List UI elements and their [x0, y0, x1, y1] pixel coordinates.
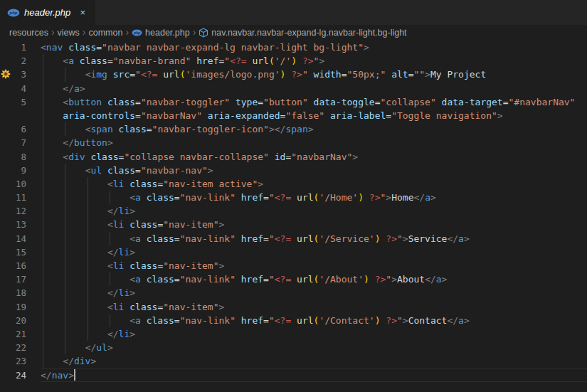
code-line-text[interactable]: aria-controls="navbarNav" aria-expanded=…	[41, 109, 587, 122]
token-plain	[41, 97, 63, 107]
line-number[interactable]: 5	[11, 95, 26, 109]
code-line[interactable]: 5 <button class="navbar-toggler" type="b…	[0, 95, 587, 109]
token-plain	[63, 42, 68, 53]
line-number[interactable]: 19	[11, 300, 26, 314]
line-number[interactable]: 22	[11, 341, 26, 354]
code-line[interactable]: 8 <div class="collapse navbar-collapse" …	[0, 150, 587, 164]
indent-guide	[43, 354, 43, 368]
code-line-text[interactable]: <li class="nav-item">	[41, 218, 587, 231]
line-number[interactable]: 23	[11, 354, 26, 368]
code-line[interactable]: 10 <li class="nav-item active">	[0, 177, 587, 191]
token-punctuation: >	[364, 42, 369, 53]
code-line-text[interactable]: <img src="<?= url('images/logo.png') ?>"…	[41, 68, 587, 81]
code-line[interactable]: aria-controls="navbarNav" aria-expanded=…	[0, 109, 587, 122]
line-number[interactable]: 18	[11, 286, 26, 300]
token-punctuation: >	[90, 356, 96, 366]
code-line[interactable]: 6 <span class="navbar-toggler-icon"></sp…	[0, 122, 587, 136]
line-number[interactable]: 12	[11, 204, 26, 218]
line-number[interactable]: 24	[11, 369, 26, 382]
token-plain	[236, 233, 241, 244]
glyph-margin	[0, 327, 11, 341]
code-line[interactable]: 22 </ul>	[0, 341, 587, 354]
code-line-text[interactable]: <ul class="navbar-nav">	[41, 164, 587, 177]
code-line-text[interactable]: </button>	[41, 136, 587, 149]
code-line-text[interactable]: <li class="nav-item">	[41, 259, 587, 272]
line-number[interactable]: 15	[11, 245, 26, 259]
code-line[interactable]: 17 <a class="nav-link" href="<?= url('/A…	[0, 272, 587, 286]
token-punctuation: >	[403, 315, 408, 326]
code-line-text[interactable]: <nav class="navbar navbar-expand-lg navb…	[41, 41, 587, 54]
code-line-text[interactable]: </li>	[41, 327, 587, 341]
token-string: '/Contact'	[319, 315, 374, 326]
code-line[interactable]: 20 <a class="nav-link" href="<?= url('/C…	[0, 314, 587, 327]
line-number[interactable]: 3	[11, 68, 26, 81]
code-line[interactable]: 23 </div>	[0, 354, 587, 368]
code-line-text[interactable]: <a class="nav-link" href="<?= url('/Home…	[41, 191, 587, 204]
code-line[interactable]: 12 </li>	[0, 204, 587, 218]
line-number[interactable]: 8	[11, 150, 26, 164]
breadcrumb-item-file[interactable]: php header.php	[132, 28, 190, 38]
line-number[interactable]: 7	[11, 136, 26, 149]
line-number[interactable]: 2	[11, 54, 26, 68]
code-line-text[interactable]: </li>	[41, 286, 587, 300]
line-number[interactable]: 21	[11, 327, 26, 341]
breadcrumb-item-resources[interactable]: resources	[9, 28, 48, 38]
code-line[interactable]: 13 <li class="nav-item">	[0, 218, 587, 231]
line-number[interactable]: 6	[11, 122, 26, 136]
line-number[interactable]: 16	[11, 259, 26, 272]
line-number[interactable]	[11, 109, 26, 122]
code-line-text[interactable]: <a class="nav-link" href="<?= url('/Abou…	[41, 272, 587, 286]
code-line[interactable]: 9 <ul class="navbar-nav">	[0, 164, 587, 177]
line-number[interactable]: 13	[11, 218, 26, 231]
token-string: "	[302, 69, 308, 80]
line-number[interactable]: 17	[11, 272, 26, 286]
indent-guide	[88, 327, 88, 341]
line-number[interactable]: 1	[11, 41, 26, 54]
code-line[interactable]: 16 <li class="nav-item">	[0, 259, 587, 272]
line-number[interactable]: 20	[11, 314, 26, 327]
token-php_tag: <?=	[275, 233, 291, 244]
code-line[interactable]: 1<nav class="navbar navbar-expand-lg nav…	[0, 41, 587, 54]
code-line[interactable]: 3 <img src="<?= url('images/logo.png') ?…	[0, 68, 587, 81]
tab-header-php[interactable]: php header.php ×	[0, 0, 95, 25]
breadcrumb-item-views[interactable]: views	[58, 28, 80, 38]
code-line[interactable]: 15 </li>	[0, 245, 587, 259]
code-line-text[interactable]: <li class="nav-item">	[41, 300, 587, 314]
code-line-text[interactable]: <button class="navbar-toggler" type="but…	[41, 95, 587, 109]
code-line[interactable]: 11 <a class="nav-link" href="<?= url('/H…	[0, 191, 587, 204]
code-line[interactable]: 4 </a>	[0, 82, 587, 95]
line-number[interactable]: 4	[11, 82, 26, 95]
breadcrumb-item-common[interactable]: common	[89, 28, 123, 38]
breadcrumb-item-symbol[interactable]: nav.navbar.navbar-expand-lg.navbar-light…	[199, 28, 406, 38]
code-line-text[interactable]: <a class="nav-link" href="<?= url('/Cont…	[41, 314, 587, 327]
code-line-text[interactable]: <span class="navbar-toggler-icon"></span…	[41, 122, 587, 136]
code-line-text[interactable]: <a class="nav-link" href="<?= url('/Serv…	[41, 232, 587, 245]
token-string: "navbar-toggler-icon"	[152, 124, 269, 134]
code-line[interactable]: 7 </button>	[0, 136, 587, 149]
indent-guide	[88, 232, 88, 245]
code-line[interactable]: 2 <a class="navbar-brand" href="<?= url(…	[0, 54, 587, 68]
code-line[interactable]: 21 </li>	[0, 327, 587, 341]
code-line-text[interactable]: <div class="collapse navbar-collapse" id…	[41, 150, 587, 164]
line-number[interactable]: 11	[11, 191, 26, 204]
line-number[interactable]: 9	[11, 164, 26, 177]
token-equals: =	[386, 110, 391, 121]
code-line[interactable]: 24</nav>	[0, 369, 587, 382]
code-line-text[interactable]: <li class="nav-item active">	[41, 177, 587, 191]
line-number[interactable]: 14	[11, 232, 26, 245]
code-line-text[interactable]: </nav>	[41, 369, 587, 382]
token-punctuation: >	[218, 219, 224, 230]
code-line-text[interactable]: </li>	[41, 204, 587, 218]
code-line-text[interactable]: </div>	[41, 354, 587, 368]
code-line-text[interactable]: </li>	[41, 245, 587, 259]
close-icon[interactable]: ×	[75, 6, 90, 20]
code-line[interactable]: 14 <a class="nav-link" href="<?= url('/S…	[0, 232, 587, 245]
token-punctuation: <	[107, 260, 113, 271]
code-line[interactable]: 18 </li>	[0, 286, 587, 300]
token-tag: span	[90, 124, 112, 134]
code-line[interactable]: 19 <li class="nav-item">	[0, 300, 587, 314]
code-line-text[interactable]: <a class="navbar-brand" href="<?= url('/…	[41, 54, 587, 68]
line-number[interactable]: 10	[11, 177, 26, 191]
code-line-text[interactable]: </a>	[41, 82, 587, 95]
code-line-text[interactable]: </ul>	[41, 341, 587, 354]
